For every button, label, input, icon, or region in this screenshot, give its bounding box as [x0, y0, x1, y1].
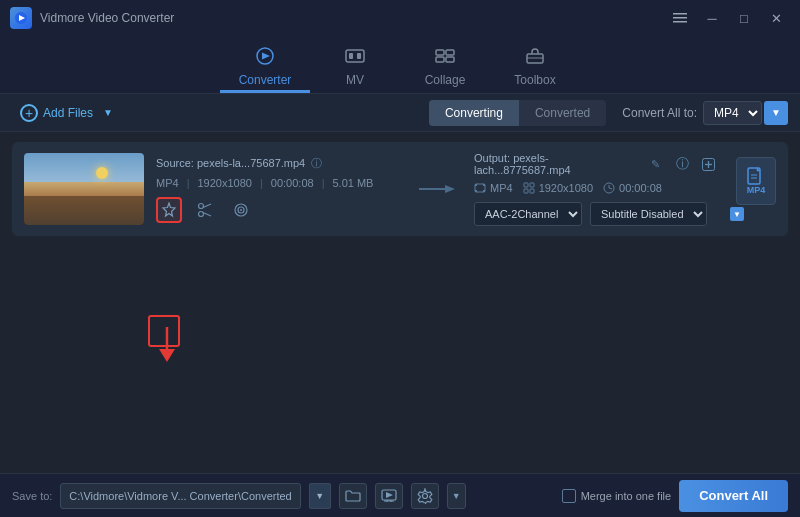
audio-select-wrap: AAC-2Channel — [474, 202, 582, 226]
file-actions — [156, 197, 400, 223]
source-info-icon[interactable]: ⓘ — [311, 156, 322, 171]
video-thumbnail — [24, 153, 144, 225]
add-files-button[interactable]: + Add Files — [12, 100, 101, 126]
save-path-text: C:\Vidmore\Vidmore V... Converter\Conver… — [69, 490, 291, 502]
output-section: Output: pexels-lach...8775687.mp4 ✎ ⓘ — [474, 152, 718, 226]
svg-line-19 — [203, 212, 211, 216]
subtitle-select[interactable]: Subtitle Disabled — [590, 202, 707, 226]
enhance-button[interactable] — [228, 197, 254, 223]
subtitle-select-wrap: Subtitle Disabled — [590, 202, 707, 226]
save-path-display: C:\Vidmore\Vidmore V... Converter\Conver… — [60, 483, 300, 509]
minimize-button[interactable]: ─ — [698, 7, 726, 29]
title-bar-left: Vidmore Video Converter — [10, 7, 174, 29]
tab-converted[interactable]: Converted — [519, 100, 606, 126]
svg-marker-46 — [386, 492, 393, 498]
output-controls: AAC-2Channel Subtitle Disabled — [474, 202, 718, 226]
mv-icon — [344, 47, 366, 70]
cut-button[interactable] — [192, 197, 218, 223]
tab-mv[interactable]: MV — [310, 43, 400, 93]
svg-rect-4 — [673, 21, 687, 23]
merge-checkbox-row: Merge into one file — [562, 489, 672, 503]
svg-rect-10 — [436, 50, 444, 55]
main-area: Source: pexels-la...75687.mp4 ⓘ MP4 | 19… — [0, 132, 800, 517]
svg-point-16 — [199, 211, 204, 216]
clock-icon — [603, 182, 615, 194]
svg-rect-11 — [446, 50, 454, 55]
add-files-plus-icon: + — [20, 104, 38, 122]
open-folder-button[interactable] — [339, 483, 367, 509]
svg-rect-35 — [524, 189, 528, 193]
merge-checkbox-input[interactable] — [562, 489, 576, 503]
window-controls: ─ □ ✕ — [666, 7, 790, 29]
bottom-bar: Save to: C:\Vidmore\Vidmore V... Convert… — [0, 473, 800, 517]
format-box-wrap: MP4 ▼ — [730, 157, 776, 221]
svg-point-22 — [240, 209, 242, 211]
file-size: 5.01 MB — [332, 177, 373, 189]
audio-select[interactable]: AAC-2Channel — [474, 202, 582, 226]
output-header: Output: pexels-lach...8775687.mp4 ✎ ⓘ — [474, 152, 718, 176]
app-title: Vidmore Video Converter — [40, 11, 174, 25]
output-label: Output: pexels-lach...8775687.mp4 — [474, 152, 645, 176]
file-resolution: 1920x1080 — [197, 177, 251, 189]
add-files-label: Add Files — [43, 106, 93, 120]
svg-line-39 — [609, 188, 612, 189]
edit-effect-button[interactable] — [156, 197, 182, 223]
save-path-dropdown-button[interactable]: ▼ — [309, 483, 331, 509]
menu-icon-btn[interactable] — [666, 7, 694, 29]
more-settings-button[interactable]: ▼ — [447, 483, 466, 509]
convert-all-to-label: Convert All to: — [622, 106, 697, 120]
add-files-dropdown-button[interactable]: ▼ — [101, 103, 115, 122]
format-select[interactable]: MP4 — [703, 101, 762, 125]
tab-toolbox[interactable]: Toolbox — [490, 43, 580, 93]
save-to-label: Save to: — [12, 490, 52, 502]
tab-collage-label: Collage — [425, 73, 466, 87]
tab-mv-label: MV — [346, 73, 364, 87]
app-icon — [10, 7, 32, 29]
convert-all-button[interactable]: Convert All — [679, 480, 788, 512]
svg-rect-33 — [524, 183, 528, 187]
format-icon-box[interactable]: MP4 — [736, 157, 776, 205]
film-icon — [474, 182, 486, 194]
tab-toolbox-label: Toolbox — [514, 73, 555, 87]
output-duration-chip: 00:00:08 — [603, 182, 662, 194]
svg-marker-6 — [262, 52, 270, 59]
format-box-label: MP4 — [747, 185, 766, 195]
svg-point-50 — [422, 493, 427, 498]
format-dropdown-button[interactable]: ▼ — [764, 101, 788, 125]
output-duration-value: 00:00:08 — [619, 182, 662, 194]
close-button[interactable]: ✕ — [762, 7, 790, 29]
media-player-button[interactable] — [375, 483, 403, 509]
svg-rect-13 — [446, 57, 454, 62]
annotation-red-arrow — [157, 327, 177, 365]
toolbar: + Add Files ▼ Converting Converted Conve… — [0, 94, 800, 132]
nav-bar: Converter MV Collage — [0, 36, 800, 94]
collage-icon — [434, 47, 456, 70]
format-right-col: MP4 ▼ — [730, 157, 776, 221]
app-window: Vidmore Video Converter ─ □ ✕ Converter — [0, 0, 800, 517]
svg-rect-32 — [483, 190, 485, 192]
annotation-red-box — [148, 315, 180, 347]
file-info: Source: pexels-la...75687.mp4 ⓘ MP4 | 19… — [156, 156, 400, 223]
svg-rect-9 — [357, 53, 361, 59]
output-edit-icon[interactable]: ✎ — [651, 158, 660, 171]
svg-rect-7 — [346, 50, 364, 62]
tab-converter[interactable]: Converter — [220, 43, 310, 93]
convert-arrow-icon — [419, 181, 455, 197]
settings-button[interactable] — [411, 483, 439, 509]
file-meta: MP4 | 1920x1080 | 00:00:08 | 5.01 MB — [156, 177, 400, 189]
tab-collage[interactable]: Collage — [400, 43, 490, 93]
svg-rect-31 — [483, 184, 485, 186]
title-bar: Vidmore Video Converter ─ □ ✕ — [0, 0, 800, 36]
svg-rect-34 — [530, 183, 534, 187]
format-file-icon — [746, 167, 766, 185]
file-duration: 00:00:08 — [271, 177, 314, 189]
svg-rect-30 — [475, 190, 477, 192]
format-box-dropdown-button[interactable]: ▼ — [730, 207, 744, 221]
output-add-button[interactable] — [698, 154, 718, 174]
merge-checkbox-label: Merge into one file — [581, 490, 672, 502]
maximize-button[interactable]: □ — [730, 7, 758, 29]
toolbox-icon — [524, 47, 546, 70]
output-info-button[interactable]: ⓘ — [672, 154, 692, 174]
source-label: Source: pexels-la...75687.mp4 — [156, 157, 305, 169]
tab-converting[interactable]: Converting — [429, 100, 519, 126]
